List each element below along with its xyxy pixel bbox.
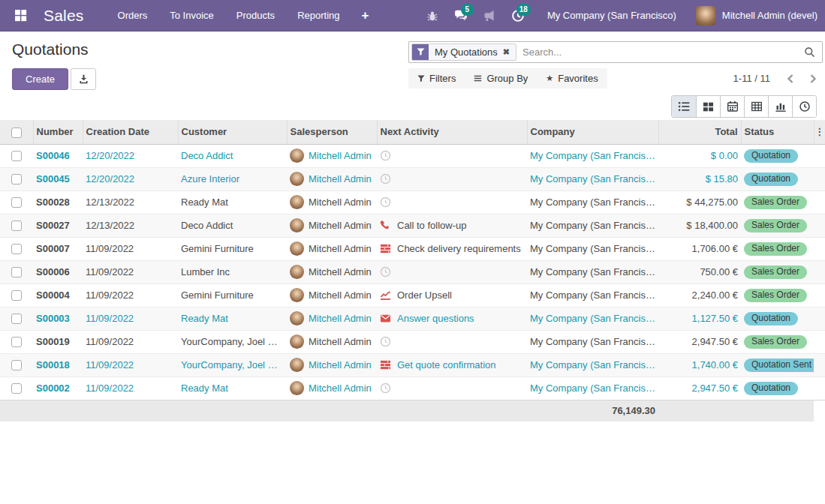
row-checkbox[interactable] <box>11 197 22 208</box>
quotation-row[interactable]: S00046 12/20/2022 Deco Addict Mitchell A… <box>0 144 825 167</box>
menu-to-invoice[interactable]: To Invoice <box>158 0 225 32</box>
menu-reporting[interactable]: Reporting <box>286 0 351 32</box>
quotation-row[interactable]: S00003 11/09/2022 Ready Mat Mitchell Adm… <box>0 307 825 330</box>
cell-next-activity[interactable]: Get quote confirmation <box>377 353 527 376</box>
user-menu[interactable]: Mitchell Admin (devel) <box>696 6 817 26</box>
salesperson-name: Mitchell Admin <box>309 220 372 231</box>
row-checkbox[interactable] <box>11 244 22 254</box>
cell-salesperson: Mitchell Admin <box>287 260 377 284</box>
cell-salesperson: Mitchell Admin <box>287 307 377 330</box>
cell-number: S00028 <box>33 190 83 214</box>
cell-number: S00045 <box>33 167 83 190</box>
pivot-view-icon[interactable] <box>744 96 768 117</box>
control-panel: Quotations Create My Quotations ✖ <box>0 32 825 120</box>
company-switcher[interactable]: My Company (San Francisco) <box>547 10 676 21</box>
quotation-row[interactable]: S00028 12/13/2022 Ready Mat Mitchell Adm… <box>0 190 825 214</box>
cell-total: $ 44,275.00 <box>658 190 741 214</box>
calendar-view-icon[interactable] <box>720 96 744 117</box>
cell-company: My Company (San Francisco) <box>527 190 658 214</box>
row-checkbox[interactable] <box>11 337 22 347</box>
cell-handle <box>814 144 825 167</box>
cell-status: Sales Order <box>741 237 814 260</box>
remove-facet-icon[interactable]: ✖ <box>503 47 510 57</box>
search-icon[interactable] <box>801 46 817 58</box>
cell-next-activity[interactable] <box>377 330 527 353</box>
quotation-row[interactable]: S00006 11/09/2022 Lumber Inc Mitchell Ad… <box>0 260 825 284</box>
menu-orders[interactable]: Orders <box>107 0 159 32</box>
header-customer[interactable]: Customer <box>178 120 287 144</box>
status-badge: Quotation <box>744 149 798 163</box>
graph-view-icon[interactable] <box>768 96 792 117</box>
row-checkbox[interactable] <box>11 314 22 324</box>
quotation-row[interactable]: S00027 12/13/2022 Deco Addict Mitchell A… <box>0 214 825 237</box>
cell-next-activity[interactable] <box>377 260 527 284</box>
header-status[interactable]: Status <box>741 120 814 144</box>
row-checkbox[interactable] <box>11 267 22 278</box>
cell-next-activity[interactable] <box>377 376 527 400</box>
cell-customer: Ready Mat <box>178 376 287 400</box>
activities-count-badge: 18 <box>516 4 531 16</box>
search-input[interactable] <box>516 46 801 58</box>
header-next-activity[interactable]: Next Activity <box>377 120 527 144</box>
salesperson-avatar <box>290 358 304 372</box>
cell-status: Sales Order <box>741 260 814 284</box>
select-all-checkbox[interactable] <box>11 128 22 138</box>
cell-total: 1,706.00 € <box>658 237 741 260</box>
list-view-icon[interactable] <box>672 96 696 117</box>
cell-total: 2,947.50 € <box>658 376 741 400</box>
bug-icon[interactable] <box>420 3 445 28</box>
row-checkbox[interactable] <box>11 220 22 231</box>
extra-menu-plus-icon[interactable]: + <box>351 8 380 23</box>
apps-grid-icon[interactable] <box>9 4 32 27</box>
app-name[interactable]: Sales <box>44 7 84 25</box>
activity-label: Order Upsell <box>397 290 452 301</box>
activity-clock-icon[interactable]: 18 <box>505 3 531 28</box>
row-checkbox[interactable] <box>11 290 22 301</box>
pager-next-icon[interactable] <box>803 70 823 88</box>
row-checkbox[interactable] <box>11 383 22 394</box>
menu-products[interactable]: Products <box>225 0 286 32</box>
header-number[interactable]: Number <box>33 120 83 144</box>
group-by-button[interactable]: Group By <box>465 68 537 88</box>
cell-next-activity[interactable] <box>377 144 527 167</box>
quotation-row[interactable]: S00002 11/09/2022 Ready Mat Mitchell Adm… <box>0 376 825 400</box>
filters-button[interactable]: Filters <box>408 68 465 88</box>
cell-next-activity[interactable]: Check delivery requirements <box>377 237 527 260</box>
favorites-star-icon: ★ <box>546 74 553 83</box>
search-bar[interactable]: My Quotations ✖ <box>408 41 823 63</box>
cell-next-activity[interactable] <box>377 190 527 214</box>
cell-salesperson: Mitchell Admin <box>287 167 377 190</box>
cell-next-activity[interactable]: Order Upsell <box>377 284 527 307</box>
create-button[interactable]: Create <box>12 68 68 90</box>
cell-creation-date: 11/09/2022 <box>83 260 178 284</box>
salesperson-name: Mitchell Admin <box>309 173 372 184</box>
header-company[interactable]: Company <box>527 120 658 144</box>
cell-next-activity[interactable]: Call to follow-up <box>377 214 527 237</box>
cell-next-activity[interactable]: Answer questions <box>377 307 527 330</box>
top-navbar: Sales Orders To Invoice Products Reporti… <box>0 0 825 32</box>
cell-next-activity[interactable] <box>377 167 527 190</box>
row-checkbox[interactable] <box>11 360 22 370</box>
header-creation-date[interactable]: Creation Date <box>83 120 178 144</box>
favorites-button[interactable]: ★ Favorites <box>537 68 607 88</box>
header-salesperson[interactable]: Salesperson <box>287 120 377 144</box>
quotation-row[interactable]: S00004 11/09/2022 Gemini Furniture Mitch… <box>0 284 825 307</box>
cell-status: Sales Order <box>741 330 814 353</box>
announcement-icon[interactable] <box>477 3 502 28</box>
header-total[interactable]: Total <box>658 120 741 144</box>
activity-view-icon[interactable] <box>792 96 816 117</box>
kanban-view-icon[interactable] <box>696 96 720 117</box>
salesperson-name: Mitchell Admin <box>309 382 372 394</box>
quotation-row[interactable]: S00007 11/09/2022 Gemini Furniture Mitch… <box>0 237 825 260</box>
cell-handle <box>814 330 825 353</box>
row-checkbox[interactable] <box>11 151 22 161</box>
export-button[interactable] <box>71 68 96 90</box>
messages-icon[interactable]: 5 <box>448 3 474 28</box>
optional-columns-icon[interactable]: ⋮ <box>814 120 825 144</box>
pager-previous-icon[interactable] <box>781 70 800 88</box>
quotation-row[interactable]: S00045 12/20/2022 Azure Interior Mitchel… <box>0 167 825 190</box>
quotation-row[interactable]: S00019 11/09/2022 YourCompany, Joel Will… <box>0 330 825 353</box>
quotation-row[interactable]: S00018 11/09/2022 YourCompany, Joel Will… <box>0 353 825 376</box>
cell-company: My Company (San Francisco) <box>527 284 658 307</box>
row-checkbox[interactable] <box>11 174 22 184</box>
